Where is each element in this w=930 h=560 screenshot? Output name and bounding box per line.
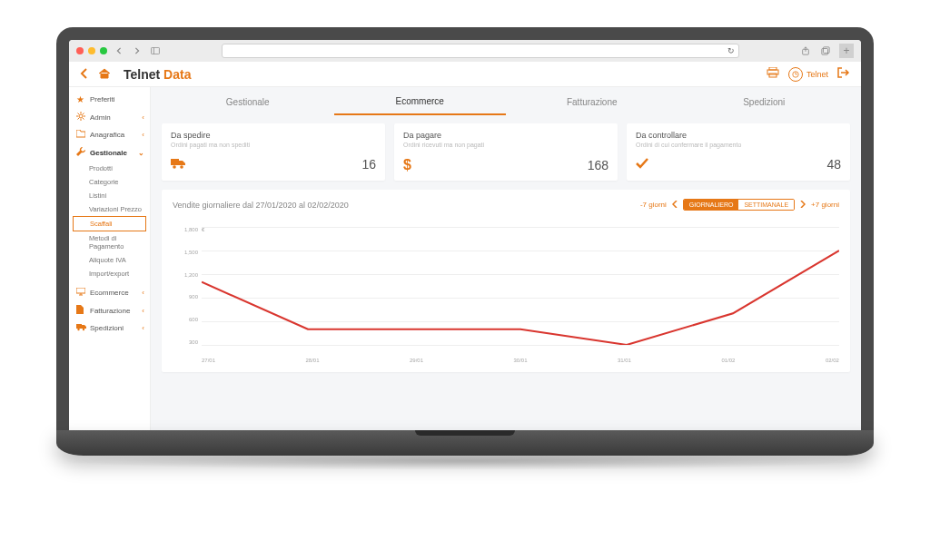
svg-rect-3 (822, 49, 828, 55)
screen-content: ↻ + (69, 40, 861, 430)
user-menu[interactable]: Telnet (788, 67, 828, 82)
card-subtitle: Ordini ricevuti ma non pagati (403, 142, 608, 148)
app-root: Telnet Data Telnet (69, 62, 861, 430)
sidebar-item-label: Preferiti (90, 95, 115, 103)
chart-panel: Vendite giornaliere dal 27/01/2020 al 02… (162, 190, 850, 372)
user-name: Telnet (806, 70, 828, 79)
svg-point-20 (180, 165, 183, 169)
sidebar-sub-aliquote[interactable]: Aliquote IVA (69, 253, 150, 267)
app-topbar: Telnet Data Telnet (69, 62, 861, 87)
maximize-window-button[interactable] (100, 47, 107, 54)
laptop-base (56, 430, 874, 456)
browser-url-bar[interactable]: ↻ (222, 44, 739, 58)
svg-point-17 (83, 329, 84, 330)
chart-line (202, 227, 839, 345)
logo-part1: Telnet (124, 67, 163, 82)
sidebar-item-preferiti[interactable]: ★ Preferiti (69, 91, 150, 108)
card-title: Da spedire (171, 131, 376, 140)
card-value: 16 (361, 157, 376, 172)
share-button[interactable] (799, 44, 812, 57)
sidebar-item-fatturazione[interactable]: Fatturazione ‹ (69, 301, 150, 319)
new-tab-button[interactable]: + (839, 44, 854, 58)
chart-area: 1,800 € 1,500 1,200 900 600 300 (173, 227, 839, 363)
card-subtitle: Ordini pagati ma non spediti (171, 142, 376, 148)
sidebar-item-label: Gestionale (90, 149, 127, 157)
svg-rect-12 (76, 288, 85, 293)
print-icon[interactable] (767, 67, 779, 81)
sidebar-sub-listini[interactable]: Listini (69, 189, 150, 202)
sidebar-sub-metodi[interactable]: Metodi di Pagamento (69, 231, 150, 253)
chart-title: Vendite giornaliere dal 27/01/2020 al 02… (173, 201, 349, 210)
file-icon (76, 305, 85, 316)
chevron-left-icon: ‹ (142, 289, 144, 297)
card-value: 168 (588, 158, 608, 172)
tab-ecommerce[interactable]: Ecommerce (334, 89, 507, 115)
close-window-button[interactable] (76, 47, 84, 54)
logout-icon[interactable] (837, 67, 850, 81)
svg-rect-18 (171, 159, 179, 165)
laptop-frame: ↻ + (56, 27, 874, 470)
dollar-icon: $ (403, 157, 411, 173)
chevron-left-icon: ‹ (142, 131, 144, 139)
chevron-left-icon: ‹ (142, 307, 144, 315)
tab-fatturazione[interactable]: Fatturazione (506, 90, 678, 114)
tabs-button[interactable] (819, 44, 832, 57)
svg-point-19 (173, 165, 176, 169)
sidebar-sub-scaffali[interactable]: Scaffali (73, 216, 146, 231)
main-tabs: Gestionale Ecommerce Fatturazione Spediz… (162, 87, 850, 116)
window-controls (76, 47, 107, 54)
toggle-giornaliero[interactable]: GIORNALIERO (684, 200, 739, 210)
chart-next-button[interactable] (800, 201, 806, 210)
check-icon (636, 158, 648, 172)
card-da-controllare[interactable]: Da controllare Ordini di cui confermare … (627, 123, 850, 181)
sidebar-item-ecommerce[interactable]: Ecommerce ‹ (69, 284, 150, 301)
truck-icon (76, 323, 85, 333)
sidebar-item-label: Admin (90, 113, 111, 122)
sidebar-sub-categorie[interactable]: Categorie (69, 175, 150, 189)
home-icon[interactable] (98, 67, 111, 82)
sidebar-item-label: Spedizioni (90, 324, 124, 332)
chart-plot (202, 227, 839, 345)
card-subtitle: Ordini di cui confermare il pagamento (636, 142, 841, 148)
tab-gestionale[interactable]: Gestionale (162, 90, 334, 114)
back-icon[interactable] (80, 67, 89, 82)
card-da-pagare[interactable]: Da pagare Ordini ricevuti ma non pagati … (394, 123, 618, 181)
sidebar-item-spedizioni[interactable]: Spedizioni ‹ (69, 319, 150, 337)
svg-point-16 (77, 329, 79, 330)
sidebar-sub-variazioni[interactable]: Variazioni Prezzo (69, 202, 150, 216)
sidebar-sub-prodotti[interactable]: Prodotti (69, 162, 150, 175)
chart-period-toggle: GIORNALIERO SETTIMANALE (683, 199, 795, 211)
gear-icon (76, 112, 85, 123)
sidebar-item-admin[interactable]: Admin ‹ (69, 108, 150, 126)
browser-toolbar: ↻ + (69, 40, 861, 62)
refresh-icon[interactable]: ↻ (727, 46, 735, 55)
sidebar-item-label: Ecommerce (90, 289, 129, 297)
chart-header: Vendite giornaliere dal 27/01/2020 al 02… (173, 199, 839, 211)
svg-point-11 (79, 114, 83, 118)
star-icon: ★ (76, 94, 85, 104)
user-icon (788, 67, 803, 82)
chart-x-axis: 27/01 28/01 29/01 30/01 31/01 01/02 02/0… (202, 358, 839, 363)
minimize-window-button[interactable] (88, 47, 95, 54)
browser-back-button[interactable] (113, 44, 125, 57)
sidebar-item-gestionale[interactable]: Gestionale ⌄ (69, 143, 150, 162)
svg-rect-15 (76, 324, 82, 329)
toggle-settimanale[interactable]: SETTIMANALE (738, 200, 794, 210)
browser-sidebar-button[interactable] (149, 44, 162, 57)
app-logo: Telnet Data (124, 67, 191, 82)
chart-prev-label[interactable]: -7 giorni (640, 201, 667, 209)
browser-forward-button[interactable] (131, 44, 143, 57)
tab-spedizioni[interactable]: Spedizioni (678, 90, 851, 114)
card-title: Da controllare (636, 131, 841, 140)
sidebar-item-anagrafica[interactable]: Anagrafica ‹ (69, 126, 150, 143)
logo-part2: Data (163, 67, 191, 82)
folder-icon (76, 130, 85, 140)
sidebar-item-label: Anagrafica (90, 131, 124, 139)
chart-prev-button[interactable] (672, 201, 678, 210)
laptop-screen: ↻ + (56, 27, 874, 430)
chevron-left-icon: ‹ (142, 113, 144, 122)
sidebar-sub-import[interactable]: Import/export (69, 267, 150, 280)
card-da-spedire[interactable]: Da spedire Ordini pagati ma non spediti … (162, 123, 385, 181)
card-title: Da pagare (403, 131, 608, 140)
chart-next-label[interactable]: +7 giorni (811, 201, 839, 209)
